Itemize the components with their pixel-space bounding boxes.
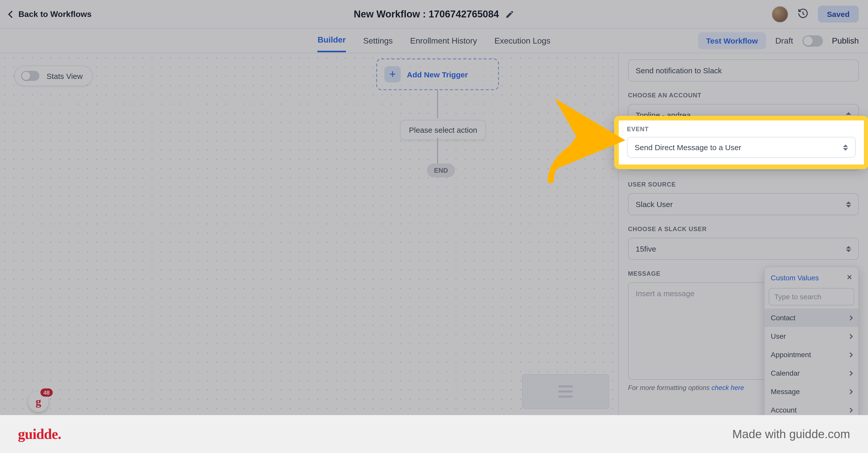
stats-toggle[interactable] (21, 71, 39, 81)
test-workflow-button[interactable]: Test Workflow (698, 32, 766, 49)
custom-values-popover: Custom Values × Type to search Contact U… (764, 266, 859, 415)
guidde-logo: guidde. (18, 426, 61, 442)
saved-badge: Saved (818, 6, 859, 23)
workflow-title: New Workflow : 1706742765084 (354, 8, 499, 20)
guidde-footer: guidde. Made with guidde.com (0, 415, 868, 453)
user-source-value: Slack User (636, 200, 673, 208)
popover-item-appointment[interactable]: Appointment (765, 345, 858, 364)
tutorial-highlight: EVENT Send Direct Message to a User (614, 116, 868, 169)
minimap[interactable] (522, 374, 609, 409)
add-new-trigger[interactable]: + Add New Trigger (376, 58, 499, 90)
action-name-field[interactable]: Send notification to Slack (628, 59, 859, 82)
stats-view-label: Stats View (46, 72, 83, 80)
user-source-label: USER SOURCE (628, 181, 859, 188)
select-chevrons-icon (843, 144, 849, 150)
check-here-link[interactable]: check here (712, 384, 744, 392)
plus-icon: + (384, 66, 401, 83)
highlight-event-label: EVENT (627, 125, 856, 133)
close-icon[interactable]: × (847, 272, 852, 283)
choose-account-label: CHOOSE AN ACCOUNT (628, 92, 859, 99)
tab-enrollment-history[interactable]: Enrollment History (410, 30, 477, 52)
avatar[interactable] (772, 6, 788, 22)
edit-title-button[interactable] (505, 9, 514, 19)
slack-user-select[interactable]: 15five (628, 238, 859, 260)
guidde-badge-count: 48 (40, 389, 53, 397)
chevron-right-icon (848, 352, 853, 357)
chevron-left-icon (8, 10, 16, 18)
stats-view-toggle[interactable]: Stats View (14, 65, 92, 86)
tab-builder[interactable]: Builder (317, 29, 346, 52)
connector-line (437, 90, 438, 118)
workflow-canvas[interactable]: Stats View + Add New Trigger Please sele… (0, 53, 618, 415)
history-icon[interactable] (797, 7, 809, 21)
tab-execution-logs[interactable]: Execution Logs (494, 30, 551, 52)
popover-search-input[interactable]: Type to search (769, 288, 854, 305)
back-label: Back to Workflows (19, 9, 92, 19)
slack-user-value: 15five (636, 245, 656, 253)
choose-slack-user-label: CHOOSE A SLACK USER (628, 225, 859, 233)
popover-item-contact[interactable]: Contact (765, 309, 858, 327)
popover-item-message[interactable]: Message (765, 382, 858, 401)
select-chevrons-icon (846, 246, 852, 252)
publish-label: Publish (832, 36, 859, 45)
made-with-label: Made with guidde.com (733, 427, 850, 441)
tab-bar: Builder Settings Enrollment History Exec… (0, 29, 868, 53)
popover-title: Custom Values (771, 274, 819, 282)
tutorial-arrow-icon (541, 129, 623, 186)
chevron-right-icon (848, 334, 853, 339)
highlight-event-value: Send Direct Message to a User (634, 143, 741, 152)
user-source-select[interactable]: Slack User (628, 193, 859, 215)
popover-item-calendar[interactable]: Calendar (765, 364, 858, 382)
publish-toggle[interactable] (802, 35, 823, 46)
chevron-right-icon (848, 407, 853, 413)
highlight-event-select[interactable]: Send Direct Message to a User (627, 137, 856, 158)
end-node: END (427, 164, 455, 177)
chevron-right-icon (848, 315, 853, 320)
add-trigger-label: Add New Trigger (407, 70, 468, 79)
tab-settings[interactable]: Settings (363, 30, 393, 52)
back-to-workflows[interactable]: Back to Workflows (9, 9, 92, 19)
popover-item-user[interactable]: User (765, 327, 858, 345)
chevron-right-icon (848, 389, 853, 394)
guidde-widget[interactable]: g 48 (28, 392, 49, 412)
draft-label: Draft (775, 36, 793, 45)
header: Back to Workflows New Workflow : 1706742… (0, 0, 868, 29)
chevron-right-icon (848, 370, 853, 376)
action-name-value: Send notification to Slack (636, 66, 722, 75)
select-chevrons-icon (846, 201, 852, 207)
placeholder-action-card[interactable]: Please select action (400, 120, 486, 140)
popover-item-account[interactable]: Account (765, 401, 858, 415)
action-config-panel: Send notification to Slack CHOOSE AN ACC… (618, 53, 868, 415)
